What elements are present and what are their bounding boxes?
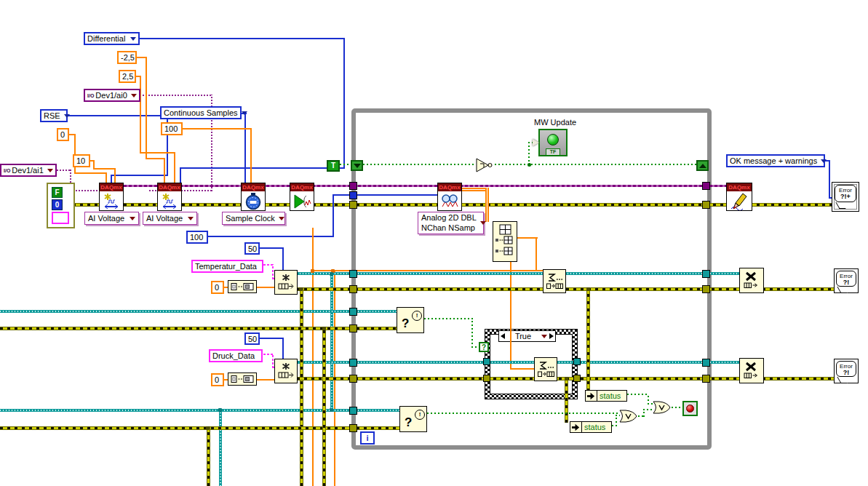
numeric-init-val-2[interactable]: 0: [211, 373, 224, 386]
dropdown-icon[interactable]: [64, 114, 70, 118]
channel-type-selector-2[interactable]: AI Voltage: [143, 212, 197, 225]
simple-error-handler-node[interactable]: Error ?!+: [832, 182, 859, 212]
daqmx-timing-node[interactable]: DAQmx: [241, 183, 266, 211]
tunnel-error-bot-in[interactable]: [349, 424, 357, 432]
tunnel-queue-bot-in[interactable]: [349, 407, 357, 415]
unbundle-status-node-2[interactable]: status: [570, 421, 612, 433]
error-source-empty[interactable]: [52, 212, 69, 224]
release-queue-node-2[interactable]: [739, 358, 764, 383]
stop-button-terminal[interactable]: [682, 401, 698, 416]
case-tunnel-queue-out[interactable]: [573, 358, 581, 365]
case-tunnel-error-out[interactable]: [573, 375, 581, 382]
error-out-indicator-2[interactable]: Error ?!: [834, 359, 859, 383]
tunnel-error1-out[interactable]: [702, 285, 710, 293]
numeric-queue-len-2[interactable]: 50: [244, 332, 260, 345]
numeric-rate[interactable]: 100: [161, 122, 183, 135]
enum-terminal-config-differential[interactable]: Differential: [84, 32, 140, 45]
tunnel-queue2-in[interactable]: [349, 359, 357, 367]
wire-error-left-bottom: [0, 426, 402, 430]
true-constant[interactable]: T: [327, 160, 340, 172]
daqmx-clear-task-node[interactable]: DAQmx: [726, 183, 752, 211]
index-array-node[interactable]: [493, 221, 517, 262]
io-constant-ai1[interactable]: I/O Dev1/ai1: [0, 164, 57, 177]
numeric-init-val-1[interactable]: 0: [211, 281, 224, 294]
read-mode-selector[interactable]: Analog 2D DBL NChan NSamp: [418, 212, 484, 234]
error-out-indicator-1[interactable]: Error ?!: [834, 268, 859, 293]
string-queue-name-1[interactable]: Temperatur_Data: [191, 260, 263, 273]
case-dropdown-icon[interactable]: [541, 335, 547, 338]
string-queue-name-2[interactable]: Druck_Data: [209, 349, 263, 362]
queue-status-node-2[interactable]: ? !: [399, 406, 427, 432]
dropdown-icon[interactable]: [242, 111, 247, 115]
numeric-samples-per-channel[interactable]: 100: [186, 231, 208, 244]
status-field-label: status: [597, 391, 626, 401]
numeric-max-rse[interactable]: 10: [73, 154, 90, 167]
tunnel-task-in[interactable]: [349, 182, 357, 190]
error-code-zero[interactable]: 0: [52, 199, 63, 210]
initialize-array-node-2[interactable]: [228, 373, 257, 386]
dropdown-icon[interactable]: [130, 37, 136, 41]
timing-type-selector[interactable]: Sample Clock: [222, 212, 285, 225]
tunnel-task-out[interactable]: [702, 182, 710, 190]
tunnel-queue1-out[interactable]: [702, 270, 710, 278]
numeric-min-diff[interactable]: -2,5: [117, 51, 137, 64]
or-gate-1[interactable]: [618, 409, 638, 423]
dropdown-icon[interactable]: [480, 221, 486, 225]
not-gate[interactable]: [474, 157, 495, 173]
mw-update-terminal[interactable]: TF: [538, 129, 568, 156]
case-selector-label[interactable]: True: [498, 330, 556, 342]
tunnel-error-in[interactable]: [349, 201, 357, 209]
tunnel-error1-in[interactable]: [349, 285, 357, 293]
numeric-queue-len-1[interactable]: 50: [244, 242, 260, 255]
enum-sample-mode[interactable]: Continuous Samples: [160, 106, 242, 119]
case-next-arrow-icon[interactable]: [549, 333, 554, 339]
channel-type-selector-1[interactable]: AI Voltage: [84, 212, 139, 225]
wire-min-diff: [146, 57, 147, 159]
loop-iteration-terminal[interactable]: i: [360, 431, 375, 445]
or-gate-2[interactable]: [652, 400, 672, 415]
io-constant-ai0[interactable]: I/O Dev1/ai0: [84, 89, 140, 102]
error-cluster-constant[interactable]: F 0: [47, 183, 75, 228]
obtain-queue-node-2[interactable]: [274, 359, 298, 383]
tunnel-error2-in[interactable]: [349, 375, 357, 383]
error-status-false[interactable]: F: [52, 187, 63, 198]
dropdown-icon[interactable]: [188, 217, 194, 220]
numeric-min-rse[interactable]: 0: [57, 128, 69, 141]
case-selector-terminal[interactable]: ?: [479, 342, 489, 352]
release-queue-node-1[interactable]: [739, 268, 764, 293]
daqmx-read-node[interactable]: DAQmx: [437, 183, 462, 211]
shift-register-left[interactable]: [351, 160, 363, 171]
daqmx-start-task-node[interactable]: DAQmx: [290, 183, 314, 211]
tunnel-queue-top-in[interactable]: [349, 308, 357, 316]
obtain-queue-node-1[interactable]: [274, 270, 298, 295]
dropdown-icon[interactable]: [130, 217, 135, 220]
case-tunnel-error-in[interactable]: [483, 375, 490, 382]
unbundle-status-node-1[interactable]: status: [585, 390, 627, 402]
initialize-array-node-1[interactable]: [228, 280, 257, 293]
tunnel-queue1-in[interactable]: [349, 270, 357, 278]
lossy-enqueue-node-2[interactable]: [534, 357, 557, 381]
tunnel-error2-out[interactable]: [702, 375, 710, 383]
lossy-enqueue-node-1[interactable]: [543, 269, 566, 293]
daqmx-create-channel-1[interactable]: DAQmx: [99, 183, 124, 211]
enum-terminal-config-rse[interactable]: RSE: [40, 109, 68, 122]
shift-register-right[interactable]: [696, 160, 709, 171]
mw-update-label[interactable]: MW Update: [534, 118, 592, 127]
tunnel-error-out[interactable]: [702, 201, 710, 209]
wire-rse: [66, 115, 168, 116]
dropdown-icon[interactable]: [279, 217, 284, 220]
bubble-tail-icon: [837, 377, 847, 383]
tunnel-error-top-in[interactable]: [349, 324, 357, 332]
dropdown-icon[interactable]: [821, 159, 827, 163]
daqmx-create-channel-2[interactable]: DAQmx: [157, 183, 182, 211]
wire-rse: [111, 175, 168, 176]
dropdown-icon[interactable]: [47, 169, 53, 172]
case-tunnel-queue-in[interactable]: [483, 358, 490, 365]
dropdown-icon[interactable]: [131, 94, 137, 97]
lossy-enqueue-icon: [545, 272, 564, 291]
queue-status-node-1[interactable]: ? !: [397, 307, 424, 333]
enum-error-dialog-type[interactable]: OK message + warnings: [726, 154, 825, 167]
numeric-max-diff[interactable]: 2,5: [119, 70, 136, 83]
tunnel-samples-in[interactable]: [349, 191, 357, 199]
tunnel-queue2-out[interactable]: [702, 359, 710, 367]
